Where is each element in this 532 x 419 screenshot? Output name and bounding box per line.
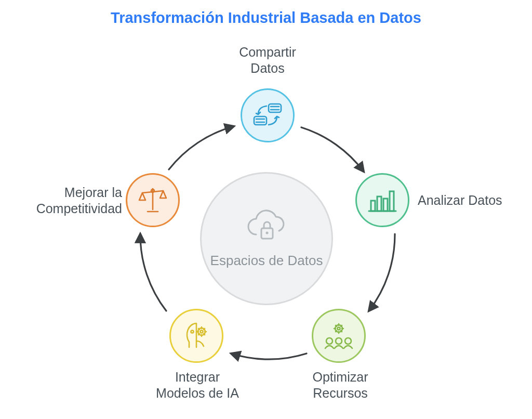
node-integrate [169, 309, 223, 363]
scales-icon [136, 186, 169, 215]
label-integrate: Integrar Modelos de IA [145, 369, 249, 402]
diagram-stage: { "title": "Transformación Industrial Ba… [0, 0, 532, 419]
svg-rect-2 [269, 104, 281, 112]
data-exchange-icon [251, 101, 284, 130]
node-improve [126, 173, 180, 227]
svg-point-20 [201, 331, 203, 333]
node-optimize [312, 309, 366, 363]
node-analyze [355, 173, 409, 227]
svg-point-14 [338, 328, 340, 330]
svg-point-15 [326, 338, 332, 344]
label-share: Compartir Datos [218, 44, 317, 77]
diagram-title: Transformación Industrial Basada en Dato… [0, 9, 532, 27]
label-improve: Mejorar la Competitividad [31, 185, 122, 217]
svg-point-17 [345, 338, 351, 344]
label-optimize: Optimizar Recursos [296, 369, 384, 402]
svg-point-18 [191, 331, 194, 333]
cloud-lock-icon [243, 208, 290, 247]
svg-point-1 [266, 231, 269, 234]
svg-rect-9 [371, 201, 375, 211]
team-gear-icon [322, 321, 355, 350]
svg-point-16 [336, 338, 342, 344]
center-label: Espacios de Datos [210, 252, 323, 269]
node-share [241, 88, 295, 142]
bar-chart-icon [367, 187, 398, 213]
center-hub: Espacios de Datos [200, 172, 333, 305]
svg-rect-10 [377, 197, 381, 211]
ai-head-gear-icon [181, 320, 212, 351]
svg-rect-5 [254, 116, 267, 125]
svg-rect-11 [383, 199, 388, 211]
label-analyze: Analizar Datos [418, 192, 502, 208]
svg-rect-12 [390, 191, 394, 211]
